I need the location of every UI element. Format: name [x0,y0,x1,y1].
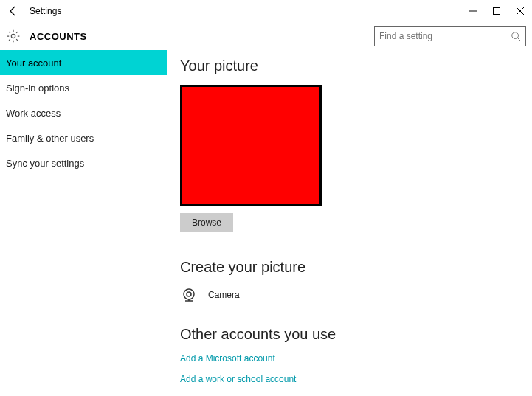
camera-label: Camera [208,290,240,300]
svg-point-5 [512,32,519,39]
header-left: ACCOUNTS [6,29,87,44]
maximize-button[interactable] [485,0,508,22]
back-button[interactable] [6,4,21,18]
window-controls [461,0,532,22]
add-work-school-account-link[interactable]: Add a work or school account [180,374,519,384]
body: Your account Sign-in options Work access… [0,50,532,396]
header: ACCOUNTS [0,22,532,50]
sidebar-item-label: Your account [6,58,61,69]
close-button[interactable] [508,0,532,22]
svg-rect-1 [494,8,500,15]
search-box[interactable] [374,26,526,46]
sidebar-item-sync-your-settings[interactable]: Sync your settings [0,150,167,176]
gear-icon [6,29,21,44]
your-picture-heading: Your picture [180,58,519,74]
browse-button[interactable]: Browse [180,213,233,232]
spacer [180,232,519,259]
svg-point-7 [184,289,194,299]
browse-button-label: Browse [192,218,221,228]
titlebar: Settings [0,0,532,22]
titlebar-title: Settings [30,6,61,16]
arrow-left-icon [7,5,19,17]
sidebar-item-work-access[interactable]: Work access [0,100,167,125]
camera-icon [180,286,198,304]
svg-point-8 [187,292,191,296]
camera-option[interactable]: Camera [180,286,519,304]
main-content: Your picture Browse Create your picture … [167,50,532,396]
sidebar-item-label: Sign-in options [6,83,69,94]
sidebar-item-label: Sync your settings [6,158,84,169]
add-microsoft-account-link[interactable]: Add a Microsoft account [180,353,519,364]
header-title: ACCOUNTS [30,31,87,42]
profile-picture [180,85,322,206]
sidebar-item-label: Family & other users [6,133,94,144]
create-picture-heading: Create your picture [180,259,519,276]
titlebar-left: Settings [6,4,61,18]
sidebar: Your account Sign-in options Work access… [0,50,167,396]
sidebar-item-your-account[interactable]: Your account [0,50,167,75]
search-input[interactable] [379,31,511,41]
minimize-button[interactable] [461,0,485,22]
search-icon [511,31,521,41]
other-accounts-heading: Other accounts you use [180,326,519,343]
minimize-icon [469,7,477,15]
close-icon [517,7,524,15]
sidebar-item-sign-in-options[interactable]: Sign-in options [0,75,167,100]
svg-line-6 [518,38,521,41]
svg-point-4 [11,34,15,38]
sidebar-item-family-other-users[interactable]: Family & other users [0,125,167,150]
sidebar-item-label: Work access [6,108,61,119]
spacer [180,304,519,326]
maximize-icon [493,7,500,15]
